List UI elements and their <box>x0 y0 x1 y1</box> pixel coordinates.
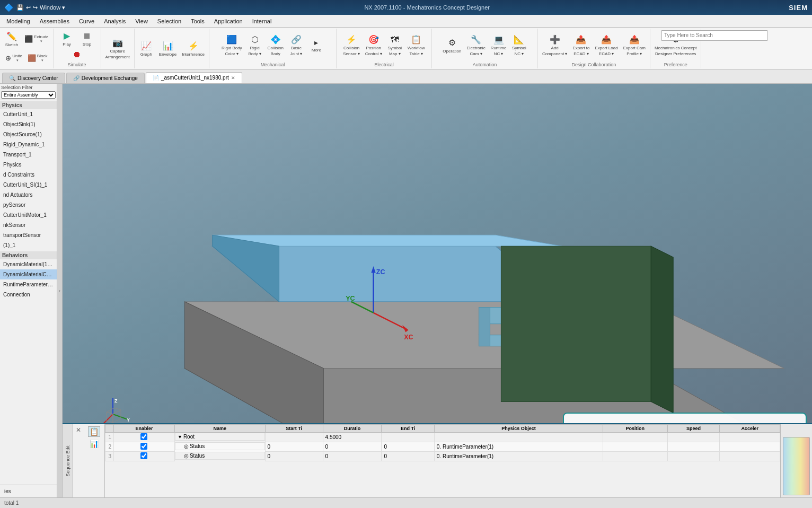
panel-icon-2[interactable]: 📊 <box>89 439 100 449</box>
play-button[interactable]: ▶ Play <box>57 30 76 48</box>
search-input[interactable] <box>661 30 767 41</box>
sidebar: Selection Filter Entire Assembly Physics… <box>0 84 57 497</box>
extrude-button[interactable]: ⬛ Extrude ▾ <box>22 33 51 45</box>
back-wall <box>501 246 673 413</box>
unite-button[interactable]: ⊕ Unite ▾ <box>3 52 24 64</box>
workflow-table-button[interactable]: 📋 Workflow Table ▾ <box>405 33 427 57</box>
sidebar-item-transport[interactable]: Transport_1 <box>0 150 57 160</box>
menu-modeling[interactable]: Modeling <box>2 17 34 25</box>
sidebar-item-physics2[interactable]: Physics <box>0 160 57 170</box>
row-1-expand[interactable]: ▼ <box>178 434 182 440</box>
graph-row: 📈 Graph 📊 Envelope ⚡ Interference <box>137 30 207 67</box>
symbol-map-button[interactable]: 🗺 Symbol Map ▾ <box>385 34 404 57</box>
rigid-body-color-button[interactable]: 🟦 Rigid Body Color ▾ <box>219 33 244 57</box>
menu-internal[interactable]: Internal <box>248 17 276 25</box>
sidebar-filter: Selection Filter Entire Assembly <box>0 84 57 100</box>
sidebar-item-cutter-si[interactable]: CutterUnit_SI(1)_1 <box>0 180 57 190</box>
redo-icon[interactable]: ↪ <box>33 4 38 11</box>
row-3-name[interactable]: ◎ Status <box>175 452 265 460</box>
svg-marker-5 <box>213 235 279 302</box>
bottom-panel: Sequence Edit ✕ 📋 📊 Enabler Name <box>63 423 812 497</box>
sidebar-item-cutter-motor[interactable]: CutterUnitMotor_1 <box>0 210 57 220</box>
sidebar-item-d-constraints[interactable]: d Constraints <box>0 170 57 180</box>
tab-discovery[interactable]: 🔍 Discovery Center <box>2 73 65 83</box>
viewport-container: ZC XC YC <box>63 84 812 497</box>
menu-analysis[interactable]: Analysis <box>100 17 130 25</box>
capture-button[interactable]: 📷 Capture Arrangement <box>103 37 132 60</box>
basic-joint-label: Basic <box>291 46 302 50</box>
electrical-group: ⚡ Collision Sensor ▾ 🎯 Position Control … <box>337 29 432 68</box>
menu-view[interactable]: View <box>131 17 152 25</box>
capture-label2: Arrangement <box>105 55 130 59</box>
sidebar-item-ies[interactable]: ies <box>1 486 56 496</box>
search-bar <box>661 30 767 42</box>
tab-file[interactable]: 📄 _asmCutterUnit1_nx1980.prt ✕ <box>146 72 242 83</box>
row-3-accel <box>720 452 780 461</box>
tab-devex[interactable]: 🔗 Development Exchange <box>66 73 145 83</box>
sidebar-collapse-handle[interactable]: › <box>57 84 63 497</box>
row-1-name[interactable]: ▼ Root <box>175 433 265 441</box>
col-speed: Speed <box>667 425 720 433</box>
panel-icon-1[interactable]: 📋 <box>88 426 100 437</box>
menu-application[interactable]: Application <box>210 17 247 25</box>
menu-assemblies[interactable]: Assemblies <box>36 17 74 25</box>
row-1-num: 1 <box>105 433 114 442</box>
envelope-button[interactable]: 📊 Envelope <box>157 40 179 58</box>
graph-button[interactable]: 📈 Graph <box>137 40 156 58</box>
sidebar-item-runtime-param[interactable]: RuntimeParameter(1) <box>0 279 57 290</box>
row-3-enabler[interactable] <box>114 452 175 461</box>
mcd-pref-label: Mechatronics Concept <box>655 46 697 50</box>
symbol-nc-button[interactable]: 📐 Symbol NC ▾ <box>509 33 528 57</box>
sidebar-item-item1[interactable]: (1)_1 <box>0 240 57 250</box>
sidebar-item-cutter-unit[interactable]: CutterUnit_1 <box>0 109 57 119</box>
row-2-name[interactable]: ◎ Status <box>175 442 265 450</box>
close-panel-button[interactable]: ✕ <box>76 426 81 434</box>
row-2-enabler[interactable] <box>114 442 175 452</box>
stop-icon: ⏹ <box>83 31 91 41</box>
menu-selection[interactable]: Selection <box>153 17 186 25</box>
collision-sensor-button[interactable]: ⚡ Collision Sensor ▾ <box>341 33 362 57</box>
undo-icon[interactable]: ↩ <box>26 4 31 11</box>
export-ecad-label: Export to <box>572 46 589 50</box>
sidebar-item-connection[interactable]: Connection <box>0 290 57 300</box>
rec-button[interactable]: ⏺ <box>67 49 86 60</box>
save-icon[interactable]: 💾 <box>16 4 24 11</box>
collision-body-button[interactable]: 💠 Collision Body <box>266 33 286 57</box>
export-ecad-button[interactable]: 📤 Export to ECAD ▾ <box>570 33 592 57</box>
sidebar-item-transport-sensor[interactable]: transportSensor <box>0 230 57 240</box>
window-menu[interactable]: Window ▾ <box>40 4 65 11</box>
sidebar-item-dyn-mat1[interactable]: DynamicMaterial(1)_1 <box>0 259 57 269</box>
collision-sensor-icon: ⚡ <box>346 34 357 45</box>
tab-file-close[interactable]: ✕ <box>231 75 235 81</box>
row-1-enabler[interactable] <box>114 433 175 442</box>
row-3-name-text: Status <box>190 453 205 459</box>
runtime-nc-button[interactable]: 💻 Runtime NC ▾ <box>489 33 509 57</box>
sidebar-item-object-sink[interactable]: ObjectSink(1) <box>0 119 57 129</box>
sidebar-item-dyn-mat-cutter[interactable]: DynamicMaterialCutter(1) <box>0 269 57 279</box>
sidebar-item-nk-sensor[interactable]: nkSensor <box>0 220 57 230</box>
stop-button[interactable]: ⏹ Stop <box>77 30 96 48</box>
rigid-body-button[interactable]: ⬡ Rigid Body ▾ <box>245 33 264 57</box>
basic-joint-button[interactable]: 🔗 Basic Joint ▾ <box>287 33 306 57</box>
sidebar-item-bnd-actuators[interactable]: nd Actuators <box>0 190 57 200</box>
sidebar-item-object-source[interactable]: ObjectSource(1) <box>0 129 57 139</box>
operation-button[interactable]: ⚙ Operation <box>440 37 463 55</box>
block-button[interactable]: 🟫 Block ▾ <box>25 52 50 64</box>
sketch-button[interactable]: ✏️ Sketch <box>2 30 21 48</box>
interference-button[interactable]: ⚡ Interference <box>180 40 207 58</box>
rigid-body-color-icon: 🟦 <box>226 34 237 45</box>
add-component-button[interactable]: ➕ Add Component ▾ <box>540 33 570 57</box>
electronic-cam-button[interactable]: 🔧 Electronic Cam ▾ <box>465 33 488 57</box>
export-cam-button[interactable]: 📤 Export Cam Profile ▾ <box>621 33 648 57</box>
extrude-icon: ⬛ <box>24 35 33 43</box>
menu-tools[interactable]: Tools <box>187 17 209 25</box>
extrude-dropdown[interactable]: ▾ <box>34 39 49 43</box>
row-2-duration: 0 <box>323 442 382 452</box>
filter-select[interactable]: Entire Assembly <box>1 91 56 99</box>
more-button[interactable]: ▸ More <box>307 37 326 54</box>
position-control-button[interactable]: 🎯 Position Control ▾ <box>363 33 384 57</box>
sidebar-item-rigid-dynamic[interactable]: Rigid_Dynamic_1 <box>0 139 57 150</box>
sidebar-item-py-sensor[interactable]: pySensor <box>0 200 57 210</box>
export-load-button[interactable]: 📤 Export Load ECAD ▾ <box>593 33 620 57</box>
menu-curve[interactable]: Curve <box>75 17 99 25</box>
